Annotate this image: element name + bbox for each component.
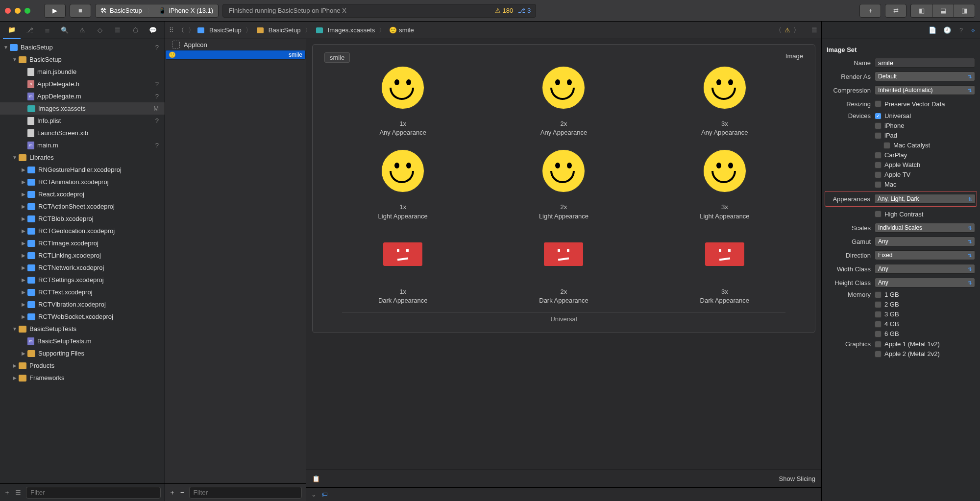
source-control-indicator[interactable]: ⎇ 3 <box>518 7 531 14</box>
run-button[interactable]: ▶ <box>44 4 66 18</box>
tree-item[interactable]: ▼BasicSetup <box>0 53 165 66</box>
related-items-button[interactable]: ⠿ <box>169 26 174 34</box>
image-well[interactable]: 3xAny Appearance <box>681 66 769 137</box>
find-navigator-tab[interactable]: 🔍 <box>56 22 74 39</box>
checkbox-1-gb[interactable]: 1 GB <box>875 291 975 298</box>
checkbox-ipad[interactable]: iPad <box>875 132 975 139</box>
tree-item[interactable]: ▶RNGestureHandler.xcodeproj <box>0 164 165 176</box>
stop-button[interactable]: ■ <box>70 4 91 18</box>
tree-item[interactable]: ▶Products <box>0 359 165 372</box>
tree-item[interactable]: ▶RCTLinking.xcodeproj <box>0 249 165 262</box>
checkbox-apple-watch[interactable]: Apple Watch <box>875 161 975 168</box>
tree-item[interactable]: LaunchScreen.xib <box>0 127 165 139</box>
tree-item[interactable]: ▶RCTSettings.xcodeproj <box>0 274 165 286</box>
tree-item[interactable]: ▶Frameworks <box>0 372 165 384</box>
resizing-checkbox[interactable]: Preserve Vector Data <box>875 100 975 108</box>
tree-item[interactable]: ▼BasicSetupTests <box>0 323 165 335</box>
zoom-window-button[interactable] <box>24 8 30 14</box>
image-well[interactable]: 2xAny Appearance <box>519 66 608 137</box>
breadcrumb-1[interactable]: BasicSetup <box>256 26 301 34</box>
code-review-button[interactable]: ⇄ <box>885 4 906 18</box>
symbol-navigator-tab[interactable]: ≣ <box>38 22 56 39</box>
direction-select[interactable]: Fixed⇅ <box>875 250 975 260</box>
jump-warning-icon[interactable]: ⚠ <box>784 26 790 34</box>
tree-item[interactable]: ▶RCTBlob.xcodeproj <box>0 213 165 225</box>
image-well[interactable]: 3xLight Appearance <box>681 149 769 220</box>
tree-item[interactable]: main.jsbundle <box>0 66 165 78</box>
image-well[interactable]: 2xLight Appearance <box>519 149 608 220</box>
high-contrast-checkbox[interactable]: High Contrast <box>875 211 975 218</box>
history-inspector-tab[interactable]: 🕘 <box>943 26 951 34</box>
checkbox-universal[interactable]: ✓Universal <box>875 112 975 119</box>
checkbox-iphone[interactable]: iPhone <box>875 122 975 129</box>
clipboard-button[interactable]: 📋 <box>312 475 320 482</box>
breakpoint-navigator-tab[interactable]: ⬠ <box>126 22 144 39</box>
scales-select[interactable]: Individual Scales⇅ <box>875 223 975 233</box>
image-well[interactable]: 2xDark Appearance <box>519 233 608 305</box>
tree-item[interactable]: ▶React.xcodeproj <box>0 188 165 200</box>
compression-select[interactable]: Inherited (Automatic)⇅ <box>875 85 975 95</box>
tree-item[interactable]: ▶RCTImage.xcodeproj <box>0 237 165 249</box>
image-well[interactable]: 3xDark Appearance <box>681 233 769 305</box>
breadcrumb-0[interactable]: BasicSetup <box>196 26 242 34</box>
project-tree[interactable]: ▼ BasicSetup ? ▼BasicSetupmain.jsbundleh… <box>0 39 165 483</box>
checkbox-apple-2-(metal-2v2)[interactable]: Apple 2 (Metal 2v2) <box>875 350 975 358</box>
tree-item[interactable]: ▶RCTWebSocket.xcodeproj <box>0 310 165 323</box>
image-well[interactable]: 1xDark Appearance <box>359 233 447 305</box>
tree-item[interactable]: ▶RCTVibration.xcodeproj <box>0 298 165 310</box>
checkbox-2-gb[interactable]: 2 GB <box>875 301 975 308</box>
tree-item[interactable]: ▶Supporting Files <box>0 347 165 359</box>
library-button[interactable]: ＋ <box>859 4 881 18</box>
checkbox-4-gb[interactable]: 4 GB <box>875 320 975 328</box>
tree-item[interactable]: mmain.m? <box>0 139 165 151</box>
checkbox-6-gb[interactable]: 6 GB <box>875 330 975 337</box>
issue-navigator-tab[interactable]: ⚠ <box>74 22 91 39</box>
checkbox-3-gb[interactable]: 3 GB <box>875 310 975 318</box>
file-inspector-tab[interactable]: 📄 <box>929 26 936 34</box>
tree-item[interactable]: ▶RCTNetwork.xcodeproj <box>0 262 165 274</box>
render-as-select[interactable]: Default⇅ <box>875 72 975 81</box>
asset-filter-input[interactable] <box>189 487 302 499</box>
tree-item[interactable]: ▶RCTText.xcodeproj <box>0 286 165 298</box>
checkbox-apple-tv[interactable]: Apple TV <box>875 171 975 178</box>
back-button[interactable]: 〈 <box>178 26 184 35</box>
checkbox-mac[interactable]: Mac <box>875 181 975 188</box>
breadcrumb-3[interactable]: 🙂 smile <box>389 26 414 34</box>
image-well[interactable]: 1xAny Appearance <box>359 66 447 137</box>
attributes-inspector-tab[interactable]: ⟐ <box>971 26 975 34</box>
tree-item[interactable]: ▶RCTActionSheet.xcodeproj <box>0 200 165 213</box>
project-navigator-tab[interactable]: 📁 <box>3 22 21 39</box>
editor-options-button[interactable]: ☰ <box>811 26 817 34</box>
jump-prev-button[interactable]: 〈 <box>775 26 782 35</box>
asset-list-item[interactable]: AppIcon <box>165 39 306 50</box>
jump-next-button[interactable]: 〉 <box>793 26 800 35</box>
close-window-button[interactable] <box>5 8 11 14</box>
tree-item[interactable]: mAppDelegate.m? <box>0 90 165 102</box>
forward-button[interactable]: 〉 <box>188 26 195 35</box>
checkbox-apple-1-(metal-1v2)[interactable]: Apple 1 (Metal 1v2) <box>875 340 975 348</box>
tree-item[interactable]: Info.plist? <box>0 115 165 127</box>
name-input[interactable] <box>875 58 975 68</box>
scope-popup[interactable]: ⌄ <box>311 491 317 498</box>
breadcrumb-2[interactable]: Images.xcassets <box>315 26 375 34</box>
toggle-inspector-button[interactable]: ◨ <box>954 4 975 18</box>
checkbox-carplay[interactable]: CarPlay <box>875 151 975 159</box>
debug-navigator-tab[interactable]: ☰ <box>109 22 126 39</box>
toggle-navigator-button[interactable]: ◧ <box>910 4 932 18</box>
warning-indicator[interactable]: ⚠ 180 <box>495 7 513 14</box>
tree-item[interactable]: ▶RCTAnimation.xcodeproj <box>0 176 165 188</box>
height-class-select[interactable]: Any⇅ <box>875 278 975 287</box>
add-item-button[interactable]: ＋ <box>4 488 10 497</box>
tag-button[interactable]: 🏷 <box>321 491 328 498</box>
asset-list-item[interactable]: 🙂smile <box>165 50 306 60</box>
help-inspector-tab[interactable]: ？ <box>958 26 964 35</box>
source-control-navigator-tab[interactable]: ⎇ <box>21 22 38 39</box>
tree-item[interactable]: Images.xcassetsM <box>0 102 165 115</box>
gamut-select[interactable]: Any⇅ <box>875 237 975 246</box>
navigator-filter-input[interactable] <box>26 487 161 499</box>
tree-item[interactable]: mBasicSetupTests.m <box>0 335 165 347</box>
tree-item[interactable]: ▼Libraries <box>0 151 165 164</box>
asset-remove-button[interactable]: − <box>180 489 184 496</box>
tree-root[interactable]: ▼ BasicSetup ? <box>0 41 165 53</box>
filter-scope-button[interactable]: ☰ <box>15 489 21 496</box>
